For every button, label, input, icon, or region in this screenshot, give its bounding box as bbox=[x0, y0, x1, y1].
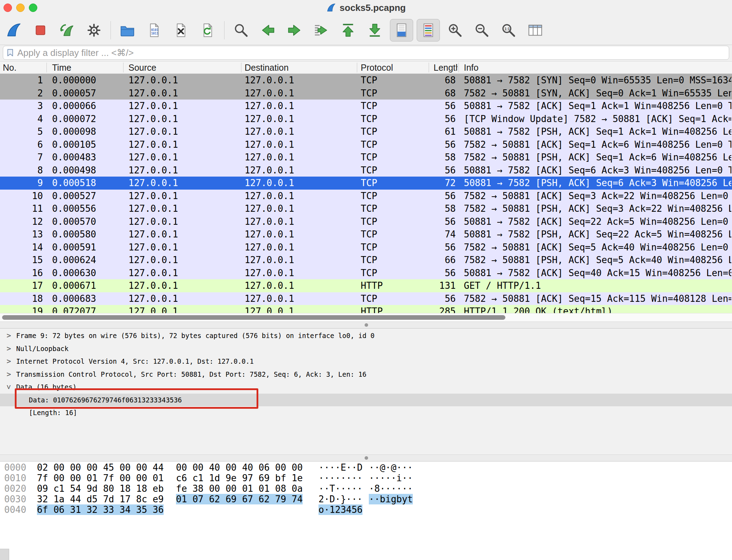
save-file-button[interactable]: 01011011 bbox=[143, 19, 166, 42]
capture-restart-button[interactable] bbox=[56, 19, 79, 42]
column-separator[interactable] bbox=[459, 63, 459, 72]
hex-bytes[interactable]: 6f 06 31 32 33 34 35 36 bbox=[37, 504, 164, 515]
expand-toggle-icon[interactable]: > bbox=[5, 342, 13, 355]
go-forward-button[interactable] bbox=[283, 19, 306, 42]
column-header-info[interactable]: Info bbox=[464, 62, 724, 74]
hex-row-0030[interactable]: 003032 1a 44 d5 7d 17 8c e901 07 62 69 6… bbox=[0, 494, 732, 504]
hex-ascii[interactable]: ··@·@··· bbox=[369, 462, 413, 473]
hex-ascii[interactable]: ·····i·· bbox=[369, 473, 413, 483]
hex-ascii[interactable]: o·123456 bbox=[318, 504, 362, 515]
column-separator[interactable] bbox=[241, 63, 241, 72]
hex-ascii[interactable]: ··bigbyt bbox=[369, 494, 413, 504]
packet-row-14[interactable]: 140.000591127.0.0.1127.0.0.1TCP567582 → … bbox=[0, 241, 732, 254]
svg-text:0101: 0101 bbox=[151, 28, 158, 31]
scrollbar-thumb[interactable] bbox=[2, 315, 505, 320]
capture-stop-button[interactable] bbox=[29, 19, 52, 42]
hex-bytes[interactable]: c6 c1 1d 9e 97 69 bf 1e bbox=[176, 473, 303, 483]
hex-bytes[interactable]: 00 00 40 00 40 06 00 00 bbox=[176, 462, 303, 473]
zoom-original-button[interactable]: 1:1 bbox=[497, 19, 520, 42]
hex-ascii[interactable]: 2·D·}··· bbox=[318, 494, 362, 504]
hex-ascii[interactable]: ·8······ bbox=[369, 483, 413, 494]
open-file-button[interactable] bbox=[116, 19, 139, 42]
zoom-out-button[interactable] bbox=[470, 19, 493, 42]
packet-row-2[interactable]: 20.000057127.0.0.1127.0.0.1TCP687582 → 5… bbox=[0, 87, 732, 100]
column-header-length[interactable]: Length bbox=[434, 62, 458, 74]
detail-node[interactable]: >Internet Protocol Version 4, Src: 127.0… bbox=[0, 355, 732, 368]
pane-splitter-bottom[interactable] bbox=[0, 454, 732, 462]
cell-destination: 127.0.0.1 bbox=[245, 190, 355, 203]
packet-row-6[interactable]: 60.000105127.0.0.1127.0.0.1TCP567582 → 5… bbox=[0, 138, 732, 151]
packet-row-16[interactable]: 160.000630127.0.0.1127.0.0.1TCP5650881 →… bbox=[0, 267, 732, 280]
hex-bytes[interactable]: 02 00 00 00 45 00 00 44 bbox=[37, 462, 164, 473]
packet-row-1[interactable]: 10.000000127.0.0.1127.0.0.1TCP6850881 → … bbox=[0, 74, 732, 87]
expand-toggle-icon[interactable]: > bbox=[5, 329, 13, 342]
cell-destination: 127.0.0.1 bbox=[245, 151, 355, 164]
hex-offset: 0000 bbox=[4, 462, 26, 473]
packet-row-11[interactable]: 110.000556127.0.0.1127.0.0.1TCP587582 → … bbox=[0, 202, 732, 215]
hex-ascii[interactable]: ····E··D bbox=[318, 462, 362, 473]
find-packet-button[interactable] bbox=[229, 19, 253, 42]
hex-row-0010[interactable]: 00107f 00 00 01 7f 00 00 01c6 c1 1d 9e 9… bbox=[0, 473, 732, 483]
packet-row-19[interactable]: 190.072077127.0.0.1127.0.0.1HTTP285HTTP/… bbox=[0, 305, 732, 313]
packet-row-13[interactable]: 130.000580127.0.0.1127.0.0.1TCP7450881 →… bbox=[0, 228, 732, 241]
hex-ascii[interactable]: ··T····· bbox=[318, 483, 362, 494]
column-separator[interactable] bbox=[357, 63, 357, 72]
colorize-button[interactable] bbox=[417, 19, 440, 42]
go-last-button[interactable] bbox=[363, 19, 386, 42]
column-header-destination[interactable]: Destination bbox=[245, 62, 355, 74]
packet-row-12[interactable]: 120.000570127.0.0.1127.0.0.1TCP5650881 →… bbox=[0, 215, 732, 228]
expand-toggle-icon[interactable]: > bbox=[5, 355, 13, 368]
packet-row-10[interactable]: 100.000527127.0.0.1127.0.0.1TCP567582 → … bbox=[0, 190, 732, 203]
packet-row-18[interactable]: 180.000683127.0.0.1127.0.0.1TCP567582 → … bbox=[0, 292, 732, 305]
hex-bytes[interactable]: 01 07 62 69 67 62 79 74 bbox=[176, 494, 303, 504]
horizontal-scrollbar[interactable] bbox=[0, 313, 732, 322]
column-separator[interactable] bbox=[46, 63, 47, 72]
packet-row-9[interactable]: 90.000518127.0.0.1127.0.0.1TCP7250881 → … bbox=[0, 177, 732, 190]
detail-node[interactable]: >Transmission Control Protocol, Src Port… bbox=[0, 368, 732, 381]
close-file-button[interactable] bbox=[169, 19, 193, 42]
display-filter-input[interactable] bbox=[17, 47, 729, 58]
hex-row-0020[interactable]: 002009 c1 54 9d 80 18 18 ebfe 38 00 00 0… bbox=[0, 483, 732, 494]
packet-row-17[interactable]: 170.000671127.0.0.1127.0.0.1HTTP131GET /… bbox=[0, 279, 732, 292]
pane-splitter-top[interactable] bbox=[0, 322, 732, 329]
reload-file-button[interactable] bbox=[196, 19, 219, 42]
cell-no: 5 bbox=[0, 125, 43, 138]
hex-bytes[interactable]: fe 38 00 00 01 01 08 0a bbox=[176, 483, 303, 494]
hex-bytes[interactable]: 7f 00 00 01 7f 00 00 01 bbox=[37, 473, 164, 483]
hex-ascii[interactable]: ········ bbox=[318, 473, 362, 483]
capture-start-button[interactable] bbox=[2, 19, 25, 42]
go-back-button[interactable] bbox=[256, 19, 279, 42]
packet-row-15[interactable]: 150.000624127.0.0.1127.0.0.1TCP667582 → … bbox=[0, 254, 732, 267]
packet-row-3[interactable]: 30.000066127.0.0.1127.0.0.1TCP5650881 → … bbox=[0, 100, 732, 113]
cell-destination: 127.0.0.1 bbox=[245, 279, 355, 292]
column-header-source[interactable]: Source bbox=[128, 62, 239, 74]
packet-row-5[interactable]: 50.000098127.0.0.1127.0.0.1TCP6150881 → … bbox=[0, 125, 732, 138]
go-to-packet-button[interactable] bbox=[310, 19, 333, 42]
go-first-button[interactable] bbox=[336, 19, 360, 42]
packet-row-4[interactable]: 40.000072127.0.0.1127.0.0.1TCP56[TCP Win… bbox=[0, 113, 732, 126]
collapse-toggle-icon[interactable]: > bbox=[2, 383, 15, 391]
column-header-time[interactable]: Time bbox=[52, 62, 122, 74]
bookmark-icon[interactable] bbox=[6, 48, 14, 58]
capture-options-button[interactable] bbox=[82, 19, 106, 42]
packet-row-8[interactable]: 80.000498127.0.0.1127.0.0.1TCP5650881 → … bbox=[0, 164, 732, 177]
detail-node[interactable]: >Null/Loopback bbox=[0, 342, 732, 355]
cell-length: 56 bbox=[401, 190, 456, 203]
hex-row-0000[interactable]: 000002 00 00 00 45 00 00 4400 00 40 00 4… bbox=[0, 462, 732, 473]
column-header-no[interactable]: No. bbox=[3, 62, 45, 74]
column-separator[interactable] bbox=[429, 63, 429, 72]
cell-source: 127.0.0.1 bbox=[128, 228, 239, 241]
detail-node[interactable]: >Frame 9: 72 bytes on wire (576 bits), 7… bbox=[0, 329, 732, 342]
column-separator[interactable] bbox=[123, 63, 124, 72]
resize-columns-button[interactable] bbox=[524, 19, 547, 42]
zoom-in-button[interactable] bbox=[443, 19, 467, 42]
expand-toggle-icon[interactable]: > bbox=[5, 368, 13, 381]
hex-row-0040[interactable]: 00406f 06 31 32 33 34 35 36o·123456 bbox=[0, 504, 732, 515]
detail-text: Null/Loopback bbox=[16, 342, 69, 355]
auto-scroll-button[interactable] bbox=[390, 19, 413, 42]
display-filter-field[interactable] bbox=[3, 46, 729, 60]
hex-bytes[interactable]: 32 1a 44 d5 7d 17 8c e9 bbox=[37, 494, 164, 504]
column-header-protocol[interactable]: Protocol bbox=[361, 62, 428, 74]
hex-bytes[interactable]: 09 c1 54 9d 80 18 18 eb bbox=[37, 483, 164, 494]
packet-row-7[interactable]: 70.000483127.0.0.1127.0.0.1TCP587582 → 5… bbox=[0, 151, 732, 164]
